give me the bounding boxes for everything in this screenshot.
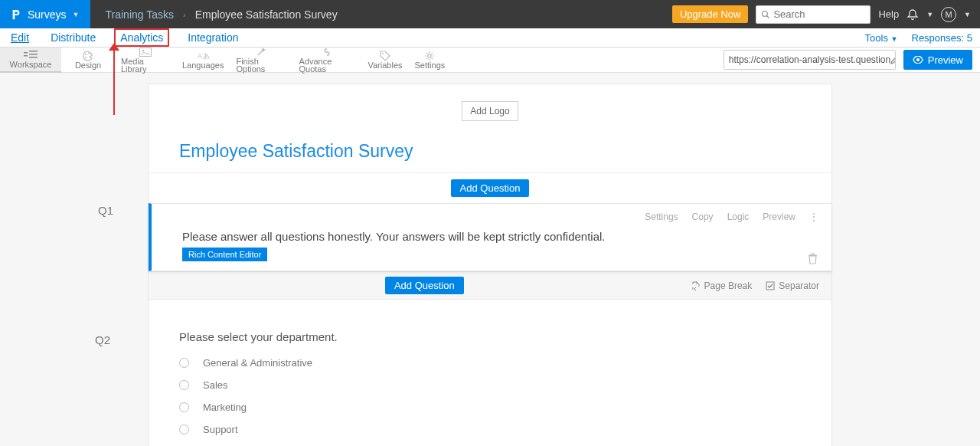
tab-integration[interactable]: Integration [185, 29, 241, 46]
tool-design[interactable]: Design [61, 48, 115, 73]
radio-icon[interactable] [179, 402, 189, 412]
bell-icon[interactable] [906, 8, 919, 21]
responses-count[interactable]: Responses: 5 [912, 32, 973, 44]
option-row[interactable]: Marketing [179, 402, 801, 413]
option-row[interactable]: Sales [179, 379, 801, 391]
add-question-button[interactable]: Add Question [451, 179, 530, 197]
preview-button[interactable]: Preview [903, 50, 972, 70]
q2-options: General & Administrative Sales Marketing… [179, 357, 801, 446]
tab-analytics[interactable]: Analytics [114, 28, 169, 47]
wand-icon [256, 47, 266, 57]
svg-line-1 [767, 15, 769, 18]
surveys-label: Surveys [28, 8, 67, 21]
user-avatar[interactable]: M [941, 7, 956, 22]
rich-content-badge[interactable]: Rich Content Editor [182, 248, 267, 261]
page-break-button[interactable]: Page Break [691, 280, 753, 291]
palette-icon [82, 51, 94, 61]
upgrade-button[interactable]: Upgrade Now [672, 5, 749, 23]
pencil-icon[interactable] [890, 55, 896, 64]
question-label-q1: Q1 [98, 204, 113, 217]
option-label: Sales [203, 379, 228, 391]
tool-languages[interactable]: Aあ Languages [176, 48, 230, 73]
svg-point-8 [88, 53, 90, 54]
topbar-right: Upgrade Now Help ▼ M ▼ [672, 5, 980, 24]
tool-settings[interactable]: Settings [409, 48, 452, 73]
option-label: General & Administrative [203, 357, 312, 369]
option-row[interactable]: Support [179, 424, 801, 435]
breadcrumb-folder[interactable]: Training Tasks [106, 8, 174, 21]
page-break-icon [691, 281, 701, 290]
tool-media[interactable]: Media Library [115, 48, 176, 73]
gear-icon [424, 51, 435, 61]
help-link[interactable]: Help [878, 8, 899, 20]
svg-point-17 [916, 58, 920, 61]
trash-icon[interactable] [808, 253, 818, 264]
tools-dropdown[interactable]: Tools ▼ [865, 32, 898, 44]
more-icon[interactable]: ⋮ [809, 212, 818, 222]
caret-down-icon: ▼ [73, 11, 80, 18]
svg-text:あ: あ [203, 52, 210, 60]
svg-point-0 [763, 11, 768, 16]
surveys-dropdown[interactable]: Surveys ▼ [0, 0, 90, 28]
separator-button[interactable]: Separator [766, 280, 819, 291]
url-text: https://correlation-analysis-test.questi… [729, 54, 890, 65]
translate-icon: Aあ [196, 51, 210, 61]
svg-rect-18 [766, 282, 774, 290]
subnav: Edit Distribute Analytics Integration To… [0, 28, 980, 48]
add-question-button-2[interactable]: Add Question [385, 277, 464, 294]
q1-text[interactable]: Please answer all questions honestly. Yo… [182, 230, 801, 243]
search-input[interactable] [773, 8, 850, 20]
radio-icon[interactable] [179, 380, 189, 390]
tool-variables[interactable]: Variables [361, 48, 408, 73]
tool-quotas[interactable]: Advance Quotas [292, 48, 361, 73]
question-toolbar: Settings Copy Logic Preview ⋮ [152, 204, 831, 222]
svg-rect-5 [29, 54, 38, 55]
option-row[interactable]: General & Administrative [179, 357, 801, 369]
svg-point-16 [428, 54, 431, 57]
editor-canvas: Add Logo Employee Satisfaction Survey Ad… [0, 73, 980, 446]
caret-down-icon: ▼ [926, 11, 933, 18]
chevron-right-icon: › [183, 10, 186, 19]
caret-down-icon: ▼ [964, 11, 971, 18]
survey-paper: Add Logo Employee Satisfaction Survey Ad… [148, 84, 832, 446]
q-preview[interactable]: Preview [763, 212, 795, 222]
search-box[interactable] [756, 5, 871, 24]
subnav-right: Tools ▼ Responses: 5 [865, 32, 972, 44]
svg-point-9 [85, 57, 87, 58]
tool-finish[interactable]: Finish Options [230, 48, 292, 73]
edit-toolbar: Workspace Design Media Library Aあ Langua… [0, 48, 980, 73]
question-block-q2[interactable]: Q2 Please select your department. Genera… [149, 300, 831, 446]
option-label: Support [203, 424, 238, 435]
q-copy[interactable]: Copy [692, 212, 714, 222]
question-block-q1[interactable]: Q1 Settings Copy Logic Preview ⋮ Please … [149, 203, 831, 271]
radio-icon[interactable] [179, 358, 189, 368]
svg-rect-4 [29, 51, 38, 52]
survey-url-field[interactable]: https://correlation-analysis-test.questi… [724, 50, 896, 70]
radio-icon[interactable] [179, 425, 189, 435]
q-logic[interactable]: Logic [727, 212, 750, 222]
svg-rect-6 [29, 57, 38, 58]
svg-point-7 [85, 54, 87, 55]
survey-title[interactable]: Employee Satisfaction Survey [179, 141, 801, 162]
toolbar-right: https://correlation-analysis-test.questi… [724, 50, 980, 70]
breadcrumb-current: Employee Satisfaction Survey [195, 8, 338, 21]
svg-point-11 [142, 50, 145, 52]
q2-text[interactable]: Please select your department. [179, 330, 801, 343]
workspace-icon [24, 50, 38, 61]
svg-rect-3 [24, 55, 28, 57]
tab-edit[interactable]: Edit [8, 29, 32, 46]
tab-distribute[interactable]: Distribute [47, 29, 99, 46]
svg-rect-2 [24, 52, 28, 54]
q-settings[interactable]: Settings [645, 212, 678, 222]
question-label-q2: Q2 [95, 333, 110, 346]
image-icon [139, 48, 152, 57]
eye-icon [913, 56, 923, 64]
tool-workspace[interactable]: Workspace [0, 48, 61, 73]
search-icon [761, 10, 770, 19]
plogo-icon [11, 9, 21, 20]
add-logo-button[interactable]: Add Logo [462, 101, 518, 121]
preview-label: Preview [928, 54, 963, 66]
link-icon [321, 48, 333, 57]
checkbox-icon [766, 281, 775, 290]
tag-icon [380, 51, 390, 61]
